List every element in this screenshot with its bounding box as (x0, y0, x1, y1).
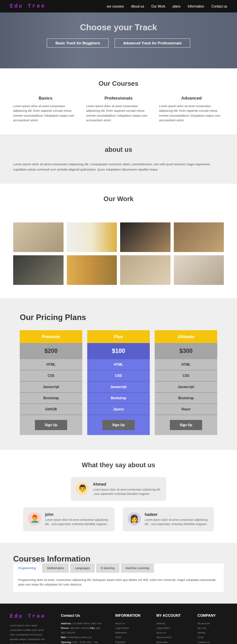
footer-desc: Lorem ipsum dolor, amet consectetur moll… (10, 623, 49, 644)
contact-title: Contact Us (61, 613, 104, 617)
nav-plans[interactable]: plans (172, 5, 180, 8)
gallery-image (120, 222, 171, 252)
course-desc: Lorem ipsum dolor sit amet consectetur a… (13, 104, 78, 123)
footer-link[interactable]: My account (198, 621, 227, 626)
about-text: Lorem ipsum dolor sit amet consectetur a… (13, 162, 224, 172)
footer-link[interactable]: Legal Notice (156, 626, 186, 631)
testimonial-text: Lorem ipsum dolor sit amet consectetur a… (45, 518, 110, 526)
footer-col-title: INFORMATION (115, 613, 145, 617)
plan-price: $100 (87, 343, 150, 359)
testimonial-card: 👩 hadeer Lorem ipsum dolor sit amet cons… (123, 507, 214, 531)
footer-link[interactable]: Legal Notice (115, 626, 145, 631)
hero: Choose your Track Basic Track for Beggin… (0, 12, 237, 68)
gallery-image (67, 222, 117, 252)
testimonial-name: hadeer (145, 512, 209, 517)
pricing-title: Our Pricing Plans (20, 313, 217, 322)
footer: Edu Tree Lorem ipsum dolor, amet consect… (0, 604, 237, 644)
nav-courses[interactable]: our courses (107, 5, 124, 8)
testimonial-text: Lorem ipsum dolor sit amet consectetur a… (145, 518, 209, 526)
testimonial-text: Lorem ipsum dolor sit amet consectetur a… (93, 488, 161, 496)
about-section: about us Lorem ipsum dolor sit amet cons… (0, 134, 237, 184)
plan-feature: Javascript (87, 381, 150, 393)
course-professionals: Professionals Lorem ipsum dolor sit amet… (86, 96, 151, 123)
course-basics: Basics Lorem ipsum dolor sit amet consec… (13, 96, 78, 123)
tab-machine-learning[interactable]: Machine Learning (121, 564, 154, 573)
testimonial-card: 👨‍🦰 john Lorem ipsum dolor sit amet cons… (23, 507, 115, 531)
work-title: Our Work (13, 195, 224, 203)
footer-link[interactable]: Order (115, 635, 145, 640)
avatar-icon: 👨‍🦰 (28, 512, 41, 525)
footer-link[interactable]: Order (198, 635, 227, 640)
plan-feature: Javascript (155, 381, 217, 393)
tab-content: Programming dolor sit amet, consectetur … (13, 573, 224, 592)
logo: Edu Tree (10, 3, 46, 9)
plan-feature: HTML (87, 359, 150, 370)
avatar-icon: 👨 (76, 482, 89, 495)
plan-price: $300 (155, 343, 217, 359)
course-desc: Lorem ipsum dolor sit amet consectetur a… (159, 104, 224, 123)
nav-work[interactable]: Our Work (151, 5, 166, 8)
footer-link[interactable]: Best sales (156, 640, 186, 644)
nav-info[interactable]: Information (188, 5, 204, 8)
footer-link[interactable]: Delivery (156, 621, 186, 626)
plan-feature: CSS (87, 370, 150, 381)
plan-feature: HTML (155, 359, 217, 370)
signup-button[interactable]: Sign Up (170, 420, 202, 430)
footer-link[interactable]: About us (156, 631, 186, 635)
testimonial-name: Ahmed (93, 482, 161, 487)
testimonials-title: What they say about us (13, 461, 224, 469)
footer-link[interactable]: Contact us (198, 640, 227, 644)
advanced-track-button[interactable]: Advanced Track for Professionals (115, 38, 190, 48)
nav-about[interactable]: About us (131, 5, 144, 8)
tab-languages[interactable]: Languages (70, 564, 95, 573)
footer-logo: Edu Tree (10, 613, 49, 619)
footer-link[interactable]: About us (115, 621, 145, 626)
course-name: Professionals (86, 96, 151, 101)
plan-name: Plus (87, 330, 150, 343)
avatar-icon: 👩 (128, 512, 141, 525)
tab-programming[interactable]: Programming (13, 564, 41, 573)
top-nav: Edu Tree our courses About us Our Work p… (0, 0, 237, 12)
gallery-image (13, 222, 64, 252)
course-name: Basics (13, 96, 78, 101)
basic-track-button[interactable]: Basic Track for Begginers (47, 38, 109, 48)
plan-feature: HTML (20, 359, 82, 370)
footer-link[interactable]: New products (156, 635, 186, 640)
nav-contact[interactable]: Contact us (211, 5, 227, 8)
plan-ultimate: Ultimate $300 HTMLCSSJavascriptBootstrap… (155, 330, 217, 435)
footer-col-title: MY ACCOUNT (156, 613, 186, 617)
courses-title: Our Courses (13, 80, 224, 87)
signup-button[interactable]: Sign Up (102, 420, 135, 430)
plan-name: Premium (20, 330, 82, 343)
footer-link[interactable]: Payment (115, 640, 145, 644)
plan-price: $200 (20, 343, 82, 359)
tab-e-learning[interactable]: E-learning (96, 564, 119, 573)
hero-title: Choose your Track (80, 22, 157, 33)
work-section: Our Work (0, 184, 237, 222)
info-title: Courses Information (13, 554, 224, 564)
gallery-image (13, 255, 64, 285)
plan-feature: Javascript (20, 381, 82, 393)
footer-col-title: COMPANY (198, 613, 227, 617)
gallery-image (120, 255, 171, 285)
footer-link[interactable]: Addresses (115, 631, 145, 635)
gallery-image (67, 255, 117, 285)
gallery-image (174, 222, 224, 252)
tab-mathematics[interactable]: Mathematics (42, 564, 69, 573)
footer-link[interactable]: My Cart (198, 626, 227, 631)
info-section: Courses Information ProgrammingMathemati… (0, 543, 237, 604)
nav-links: our courses About us Our Work plans Info… (107, 5, 227, 8)
about-title: about us (13, 146, 224, 153)
plan-feature: CSS (20, 370, 82, 381)
course-advanced: Advanced Lorem ipsum dolor sit amet cons… (159, 96, 224, 123)
plan-feature: GitHUB (20, 404, 82, 415)
footer-link[interactable]: Identity (198, 631, 227, 635)
gallery-image (174, 255, 224, 285)
testimonial-name: john (45, 512, 110, 517)
testimonial-card: 👨 Ahmed Lorem ipsum dolor sit amet conse… (71, 477, 166, 501)
plan-feature: Bootstrap (87, 393, 150, 404)
plan-name: Ultimate (155, 330, 217, 343)
plan-feature: React (155, 404, 217, 415)
plan-plus: Plus $100 HTMLCSSJavascriptBootstrapJque… (87, 330, 150, 435)
signup-button[interactable]: Sign Up (35, 420, 67, 430)
